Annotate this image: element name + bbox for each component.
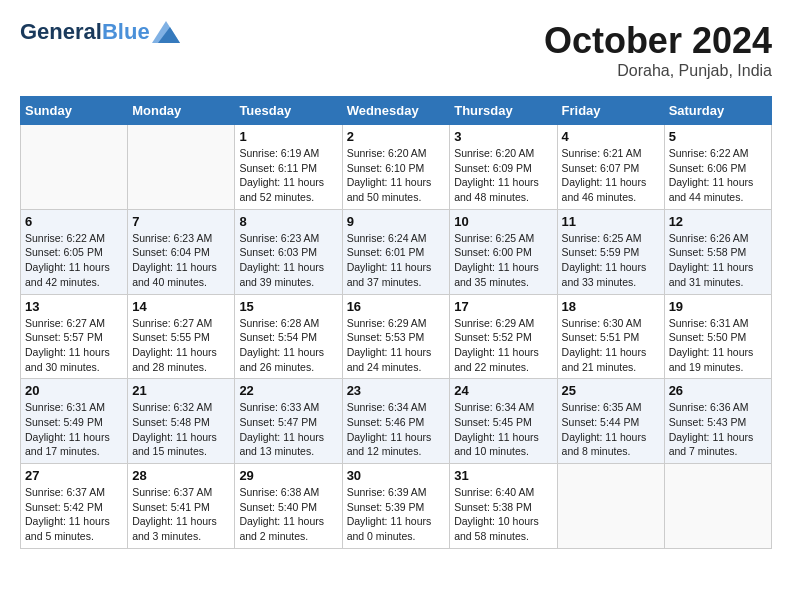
day-header-saturday: Saturday [664, 97, 771, 125]
calendar-cell [128, 125, 235, 210]
day-info: Sunrise: 6:37 AMSunset: 5:42 PMDaylight:… [25, 485, 123, 544]
day-info: Sunrise: 6:29 AMSunset: 5:52 PMDaylight:… [454, 316, 552, 375]
day-number: 22 [239, 383, 337, 398]
calendar-cell: 26Sunrise: 6:36 AMSunset: 5:43 PMDayligh… [664, 379, 771, 464]
day-number: 17 [454, 299, 552, 314]
day-number: 3 [454, 129, 552, 144]
month-title: October 2024 [544, 20, 772, 62]
day-number: 20 [25, 383, 123, 398]
calendar-cell: 10Sunrise: 6:25 AMSunset: 6:00 PMDayligh… [450, 209, 557, 294]
logo-icon [152, 21, 180, 43]
day-info: Sunrise: 6:27 AMSunset: 5:57 PMDaylight:… [25, 316, 123, 375]
day-number: 14 [132, 299, 230, 314]
day-number: 19 [669, 299, 767, 314]
day-info: Sunrise: 6:38 AMSunset: 5:40 PMDaylight:… [239, 485, 337, 544]
calendar-cell: 27Sunrise: 6:37 AMSunset: 5:42 PMDayligh… [21, 464, 128, 549]
logo: GeneralBlue [20, 20, 180, 44]
calendar-cell: 23Sunrise: 6:34 AMSunset: 5:46 PMDayligh… [342, 379, 450, 464]
calendar-cell: 7Sunrise: 6:23 AMSunset: 6:04 PMDaylight… [128, 209, 235, 294]
calendar-cell [664, 464, 771, 549]
calendar-cell: 6Sunrise: 6:22 AMSunset: 6:05 PMDaylight… [21, 209, 128, 294]
logo-text: GeneralBlue [20, 20, 150, 44]
calendar-cell: 28Sunrise: 6:37 AMSunset: 5:41 PMDayligh… [128, 464, 235, 549]
day-number: 29 [239, 468, 337, 483]
day-info: Sunrise: 6:23 AMSunset: 6:04 PMDaylight:… [132, 231, 230, 290]
calendar-week-4: 20Sunrise: 6:31 AMSunset: 5:49 PMDayligh… [21, 379, 772, 464]
calendar-cell: 3Sunrise: 6:20 AMSunset: 6:09 PMDaylight… [450, 125, 557, 210]
title-block: October 2024 Doraha, Punjab, India [544, 20, 772, 80]
day-number: 16 [347, 299, 446, 314]
calendar-header-row: SundayMondayTuesdayWednesdayThursdayFrid… [21, 97, 772, 125]
day-info: Sunrise: 6:37 AMSunset: 5:41 PMDaylight:… [132, 485, 230, 544]
day-header-tuesday: Tuesday [235, 97, 342, 125]
calendar-cell: 13Sunrise: 6:27 AMSunset: 5:57 PMDayligh… [21, 294, 128, 379]
calendar-cell: 12Sunrise: 6:26 AMSunset: 5:58 PMDayligh… [664, 209, 771, 294]
day-info: Sunrise: 6:36 AMSunset: 5:43 PMDaylight:… [669, 400, 767, 459]
day-number: 18 [562, 299, 660, 314]
calendar-cell: 21Sunrise: 6:32 AMSunset: 5:48 PMDayligh… [128, 379, 235, 464]
day-number: 30 [347, 468, 446, 483]
day-info: Sunrise: 6:24 AMSunset: 6:01 PMDaylight:… [347, 231, 446, 290]
day-number: 23 [347, 383, 446, 398]
day-number: 21 [132, 383, 230, 398]
calendar-table: SundayMondayTuesdayWednesdayThursdayFrid… [20, 96, 772, 549]
day-header-monday: Monday [128, 97, 235, 125]
day-number: 28 [132, 468, 230, 483]
calendar-cell: 19Sunrise: 6:31 AMSunset: 5:50 PMDayligh… [664, 294, 771, 379]
calendar-cell: 9Sunrise: 6:24 AMSunset: 6:01 PMDaylight… [342, 209, 450, 294]
day-number: 27 [25, 468, 123, 483]
calendar-cell: 15Sunrise: 6:28 AMSunset: 5:54 PMDayligh… [235, 294, 342, 379]
day-number: 4 [562, 129, 660, 144]
day-number: 2 [347, 129, 446, 144]
day-header-friday: Friday [557, 97, 664, 125]
day-header-wednesday: Wednesday [342, 97, 450, 125]
day-header-thursday: Thursday [450, 97, 557, 125]
day-number: 1 [239, 129, 337, 144]
calendar-week-3: 13Sunrise: 6:27 AMSunset: 5:57 PMDayligh… [21, 294, 772, 379]
page-header: GeneralBlue October 2024 Doraha, Punjab,… [20, 20, 772, 80]
calendar-week-2: 6Sunrise: 6:22 AMSunset: 6:05 PMDaylight… [21, 209, 772, 294]
day-info: Sunrise: 6:22 AMSunset: 6:06 PMDaylight:… [669, 146, 767, 205]
day-number: 13 [25, 299, 123, 314]
day-info: Sunrise: 6:19 AMSunset: 6:11 PMDaylight:… [239, 146, 337, 205]
day-header-sunday: Sunday [21, 97, 128, 125]
day-info: Sunrise: 6:23 AMSunset: 6:03 PMDaylight:… [239, 231, 337, 290]
calendar-cell: 5Sunrise: 6:22 AMSunset: 6:06 PMDaylight… [664, 125, 771, 210]
calendar-cell: 30Sunrise: 6:39 AMSunset: 5:39 PMDayligh… [342, 464, 450, 549]
day-info: Sunrise: 6:25 AMSunset: 6:00 PMDaylight:… [454, 231, 552, 290]
day-number: 6 [25, 214, 123, 229]
calendar-cell: 16Sunrise: 6:29 AMSunset: 5:53 PMDayligh… [342, 294, 450, 379]
location: Doraha, Punjab, India [544, 62, 772, 80]
day-number: 11 [562, 214, 660, 229]
calendar-body: 1Sunrise: 6:19 AMSunset: 6:11 PMDaylight… [21, 125, 772, 549]
calendar-cell: 4Sunrise: 6:21 AMSunset: 6:07 PMDaylight… [557, 125, 664, 210]
day-info: Sunrise: 6:27 AMSunset: 5:55 PMDaylight:… [132, 316, 230, 375]
calendar-cell: 8Sunrise: 6:23 AMSunset: 6:03 PMDaylight… [235, 209, 342, 294]
day-info: Sunrise: 6:20 AMSunset: 6:10 PMDaylight:… [347, 146, 446, 205]
day-info: Sunrise: 6:25 AMSunset: 5:59 PMDaylight:… [562, 231, 660, 290]
calendar-cell: 20Sunrise: 6:31 AMSunset: 5:49 PMDayligh… [21, 379, 128, 464]
day-number: 26 [669, 383, 767, 398]
day-info: Sunrise: 6:21 AMSunset: 6:07 PMDaylight:… [562, 146, 660, 205]
day-number: 15 [239, 299, 337, 314]
day-info: Sunrise: 6:31 AMSunset: 5:49 PMDaylight:… [25, 400, 123, 459]
day-info: Sunrise: 6:39 AMSunset: 5:39 PMDaylight:… [347, 485, 446, 544]
day-info: Sunrise: 6:33 AMSunset: 5:47 PMDaylight:… [239, 400, 337, 459]
day-info: Sunrise: 6:22 AMSunset: 6:05 PMDaylight:… [25, 231, 123, 290]
calendar-cell: 31Sunrise: 6:40 AMSunset: 5:38 PMDayligh… [450, 464, 557, 549]
day-number: 7 [132, 214, 230, 229]
calendar-cell: 22Sunrise: 6:33 AMSunset: 5:47 PMDayligh… [235, 379, 342, 464]
day-info: Sunrise: 6:29 AMSunset: 5:53 PMDaylight:… [347, 316, 446, 375]
day-number: 31 [454, 468, 552, 483]
day-info: Sunrise: 6:20 AMSunset: 6:09 PMDaylight:… [454, 146, 552, 205]
day-info: Sunrise: 6:35 AMSunset: 5:44 PMDaylight:… [562, 400, 660, 459]
day-info: Sunrise: 6:30 AMSunset: 5:51 PMDaylight:… [562, 316, 660, 375]
day-info: Sunrise: 6:26 AMSunset: 5:58 PMDaylight:… [669, 231, 767, 290]
day-number: 24 [454, 383, 552, 398]
calendar-cell [557, 464, 664, 549]
day-number: 10 [454, 214, 552, 229]
day-number: 12 [669, 214, 767, 229]
day-number: 9 [347, 214, 446, 229]
calendar-week-1: 1Sunrise: 6:19 AMSunset: 6:11 PMDaylight… [21, 125, 772, 210]
day-info: Sunrise: 6:28 AMSunset: 5:54 PMDaylight:… [239, 316, 337, 375]
